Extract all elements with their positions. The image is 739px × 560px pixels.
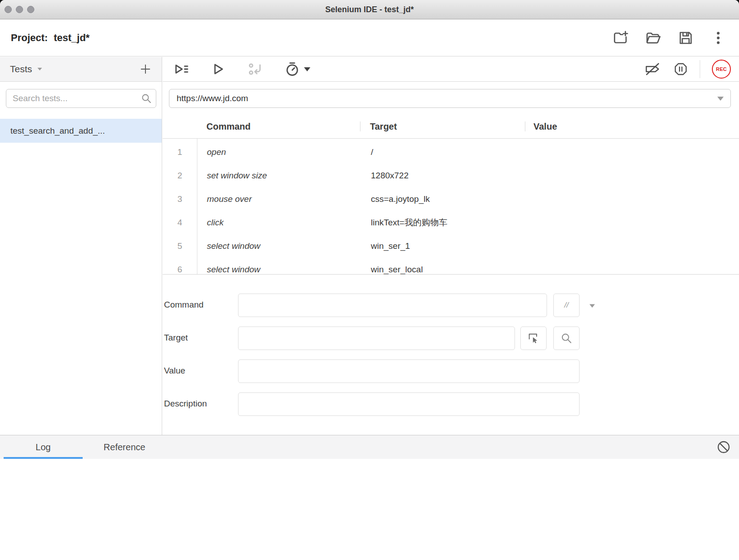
row-target: /	[371, 147, 373, 157]
toggle-comment-button[interactable]: //	[553, 294, 580, 317]
test-name: test_search_and_add_...	[10, 126, 105, 136]
description-field-label: Description	[164, 399, 207, 409]
row-target: 1280x722	[371, 171, 408, 181]
tests-dropdown[interactable]: Tests	[10, 64, 43, 75]
command-row[interactable]: 2 set window size 1280x722	[163, 164, 739, 187]
more-options-icon[interactable]	[710, 30, 726, 46]
url-dropdown-caret-icon[interactable]	[716, 95, 725, 102]
commands-table-header: Command Target Value	[163, 115, 739, 138]
row-target: css=a.joytop_lk	[371, 194, 430, 204]
target-field-label: Target	[164, 333, 188, 343]
tab-reference[interactable]: Reference	[83, 435, 166, 459]
playback-toolbar: REC	[163, 57, 739, 82]
row-command: select window	[207, 241, 260, 251]
row-command: open	[207, 147, 226, 157]
row-command: mouse over	[207, 194, 252, 204]
row-command: set window size	[207, 171, 267, 181]
command-row[interactable]: 6 select window win_ser_local	[163, 258, 739, 276]
value-field-input[interactable]	[238, 359, 580, 383]
search-tests-input[interactable]	[6, 89, 156, 108]
disable-breakpoints-icon[interactable]	[644, 61, 662, 77]
window-title: Selenium IDE - test_jd*	[0, 0, 739, 19]
command-field-label: Command	[164, 300, 204, 310]
column-header-target: Target	[370, 115, 397, 138]
tab-log[interactable]: Log	[4, 435, 83, 459]
row-number: 5	[163, 241, 197, 251]
new-project-icon[interactable]	[613, 30, 629, 46]
command-row[interactable]: 1 open /	[163, 140, 739, 164]
row-command: select window	[207, 265, 260, 275]
command-field-input[interactable]	[238, 294, 547, 317]
speed-dropdown-caret-icon	[303, 66, 311, 72]
comment-slashes-label: //	[564, 301, 568, 310]
chevron-down-icon	[37, 67, 43, 71]
search-icon	[141, 93, 152, 104]
description-field-input[interactable]	[238, 392, 580, 416]
command-row[interactable]: 3 mouse over css=a.joytop_lk	[163, 187, 739, 211]
stopwatch-icon	[285, 61, 300, 77]
select-target-button[interactable]	[520, 327, 547, 350]
bottom-tabbar: Log Reference	[0, 435, 739, 459]
base-url-input[interactable]	[169, 89, 731, 108]
row-target: linkText=我的购物车	[371, 217, 447, 229]
row-number: 1	[163, 147, 197, 157]
project-actions	[613, 30, 726, 46]
step-over-icon[interactable]	[248, 61, 263, 77]
value-field-label: Value	[164, 366, 185, 376]
row-target: win_ser_1	[371, 241, 410, 251]
row-number: 3	[163, 194, 197, 204]
row-number: 6	[163, 265, 197, 275]
project-label: Project:	[11, 32, 48, 44]
log-content	[0, 459, 739, 560]
titlebar: Selenium IDE - test_jd*	[0, 0, 739, 19]
project-title: Project: test_jd*	[11, 32, 89, 44]
column-header-value: Value	[533, 115, 557, 138]
column-header-command: Command	[206, 115, 251, 138]
tab-reference-label: Reference	[103, 442, 145, 453]
row-number-divider	[197, 139, 197, 274]
toolbar-left	[163, 61, 311, 77]
command-row[interactable]: 5 select window win_ser_1	[163, 234, 739, 258]
tab-log-label: Log	[36, 442, 51, 453]
run-all-tests-icon[interactable]	[173, 61, 189, 77]
select-target-icon	[527, 332, 540, 345]
project-name: test_jd*	[54, 32, 89, 44]
project-bar: Project: test_jd*	[0, 19, 739, 56]
target-field-input[interactable]	[238, 327, 515, 350]
column-divider	[525, 121, 525, 131]
tests-dropdown-label: Tests	[10, 64, 32, 75]
save-project-icon[interactable]	[678, 30, 694, 46]
add-test-button[interactable]	[139, 63, 152, 75]
test-list-item[interactable]: test_search_and_add_...	[0, 119, 162, 143]
base-url-combobox	[169, 89, 731, 108]
test-speed-control[interactable]	[285, 61, 311, 77]
find-target-button[interactable]	[553, 327, 580, 350]
record-button[interactable]: REC	[712, 60, 731, 79]
command-row[interactable]: 4 click linkText=我的购物车	[163, 211, 739, 234]
column-divider	[360, 121, 360, 131]
commands-table-body: 1 open / 2 set window size 1280x722 3 mo…	[163, 139, 739, 276]
row-target: win_ser_local	[371, 265, 423, 275]
run-current-test-icon[interactable]	[210, 61, 226, 77]
command-edit-panel: Command // Target Value	[163, 274, 739, 435]
command-dropdown-caret-icon[interactable]	[589, 303, 596, 308]
row-command: click	[207, 218, 224, 228]
tests-header: Tests	[0, 57, 162, 82]
row-number: 4	[163, 218, 197, 228]
pause-on-exceptions-icon[interactable]	[674, 62, 688, 76]
clear-log-icon[interactable]	[716, 440, 731, 454]
toolbar-right: REC	[644, 60, 739, 79]
open-project-icon[interactable]	[645, 30, 661, 46]
search-tests	[6, 89, 156, 108]
toolbar-divider	[700, 60, 700, 78]
tests-sidebar: Tests test_search_and_add_...	[0, 57, 162, 435]
find-target-search-icon	[561, 332, 572, 344]
selenium-ide-window: Selenium IDE - test_jd* Project: test_jd…	[0, 0, 739, 560]
row-number: 2	[163, 171, 197, 181]
